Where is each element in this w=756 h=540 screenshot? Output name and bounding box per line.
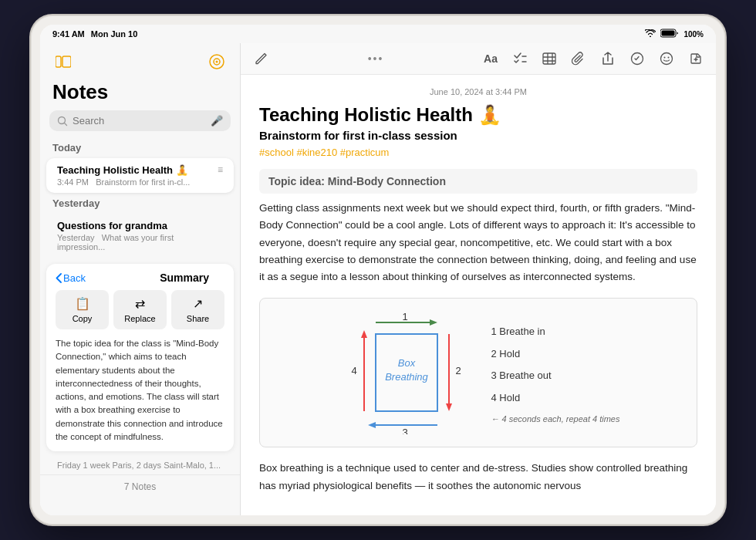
note-list-icon: ≡ [218,164,223,175]
svg-point-18 [668,57,670,59]
share-button[interactable]: ↗ Share [171,290,224,329]
summary-title: Summary [160,272,209,284]
svg-marker-30 [361,330,367,338]
table-button[interactable] [538,48,560,69]
app-body: Notes 🎤 Today Teaching Holistic Health 🧘… [40,43,716,515]
note-item-teaching[interactable]: Teaching Holistic Health 🧘 ≡ 3:44 PM Bra… [46,158,234,193]
box-diagram: 1 2 3 [337,311,476,434]
notes-count: 7 Notes [40,474,240,498]
note-bottom-text: Box breathing is a technique used to cen… [259,460,697,494]
note-body-paragraph: Getting class assignments next week but … [259,200,697,285]
step-1: 1 Breathe in [491,322,620,342]
sidebar-header [40,43,240,77]
wifi-icon [645,29,656,39]
copy-button[interactable]: 📋 Copy [56,290,109,329]
time: 9:41 AM [52,29,85,39]
note-item-grandma[interactable]: Questions for grandma Yesterday What was… [46,214,234,258]
svg-marker-27 [368,422,376,428]
battery-pct: 100% [683,30,704,39]
screen: 9:41 AM Mon Jun 10 [40,25,716,515]
status-bar: 9:41 AM Mon Jun 10 [40,25,716,43]
topic-section-title: Topic idea: Mind-Body Connection [259,169,697,194]
note-meta-grandma: Yesterday What was your first impression… [57,233,223,251]
battery-icon [660,29,679,39]
pencil-tool-button[interactable] [250,48,272,69]
sidebar: Notes 🎤 Today Teaching Holistic Health 🧘… [40,43,241,515]
summary-panel: Back Summary 📋 Copy ⇄ Replace [46,264,234,451]
share-note-button[interactable] [597,48,619,69]
replace-icon: ⇄ [135,296,145,311]
back-button[interactable]: Back [56,272,86,284]
svg-rect-3 [62,56,71,67]
steps-note: ← 4 seconds each, repeat 4 times [491,414,620,424]
note-tags: #school #kine210 #practicum [259,147,697,158]
svg-point-6 [216,61,218,63]
note-detail: ••• Aa [241,43,716,515]
format-icon: Aa [484,52,498,65]
note-toolbar: ••• Aa [241,43,716,75]
format-button[interactable]: Aa [480,48,501,69]
mic-icon: 🎤 [211,115,223,127]
svg-text:2: 2 [455,365,461,376]
svg-text:1: 1 [402,311,407,322]
ipad-frame: 9:41 AM Mon Jun 10 [31,15,725,525]
svg-text:4: 4 [351,365,356,376]
svg-point-16 [661,53,673,65]
diagram-container: 1 2 3 [259,298,697,447]
emoji-button[interactable] [656,48,677,69]
compose-button[interactable] [206,51,228,73]
svg-text:Breathing: Breathing [385,371,428,383]
attachment-button[interactable] [568,48,589,69]
step-4: 4 Hold [491,389,620,408]
notes-title: Notes [40,77,240,110]
svg-rect-2 [56,56,61,67]
svg-marker-24 [446,403,452,411]
note-title-grandma: Questions for grandma [57,220,167,231]
replace-button[interactable]: ⇄ Replace [113,290,167,329]
note-subtitle: Brainstorm for first in-class session [259,129,697,142]
svg-text:Box: Box [397,357,415,369]
note-content[interactable]: June 10, 2024 at 3:44 PM Teaching Holist… [241,75,716,515]
note-meta-teaching: 3:44 PM Brainstorm for first in-cl... [57,177,223,187]
action-buttons: 📋 Copy ⇄ Replace ↗ Share [56,290,224,329]
svg-point-17 [664,57,666,59]
svg-rect-10 [543,53,555,64]
new-note-button[interactable] [685,48,707,69]
toolbar-dots: ••• [368,52,384,65]
step-2: 2 Hold [491,345,620,364]
steps-list: 1 Breathe in 2 Hold 3 Breathe out 4 Hold [491,322,620,408]
section-today: Today [40,139,240,157]
extra-note-preview: Friday 1 week Paris, 2 days Saint-Malo, … [46,457,234,473]
summary-text: The topic idea for the class is "Mind-Bo… [56,337,224,444]
svg-marker-21 [430,319,437,326]
sidebar-toggle-button[interactable] [52,51,74,73]
svg-rect-1 [662,31,675,36]
copy-icon: 📋 [75,296,90,311]
section-yesterday: Yesterday [40,194,240,212]
search-bar[interactable]: 🎤 [49,110,231,131]
step-3: 3 Breathe out [491,366,620,386]
search-input[interactable] [73,115,206,127]
summary-back-row: Back Summary [56,272,224,284]
markup-button[interactable] [626,48,648,69]
svg-text:3: 3 [402,427,407,434]
share-icon-action: ↗ [193,296,203,311]
checklist-button[interactable] [509,48,531,69]
note-main-title: Teaching Holistic Health 🧘 [259,104,697,126]
note-date: June 10, 2024 at 3:44 PM [259,87,697,96]
date: Mon Jun 10 [91,29,138,39]
note-title-teaching: Teaching Holistic Health 🧘 [57,164,188,176]
